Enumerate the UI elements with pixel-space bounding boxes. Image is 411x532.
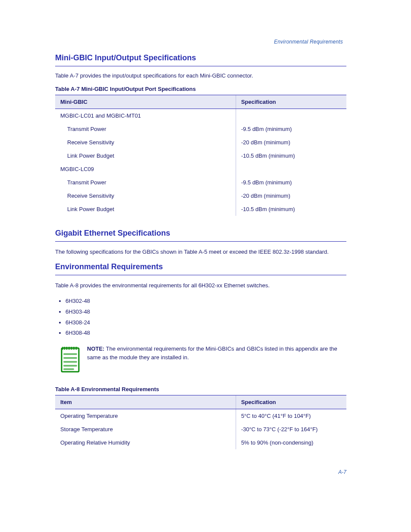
table-connector-spec: Table A-7 Mini-GBIC Input/Output Port Sp… [55, 83, 346, 216]
table-row: MGBIC-LC01 and MGBIC-MT01 [55, 109, 346, 123]
table-row: Operating Temperature 5°C to 40°C (41°F … [55, 409, 346, 423]
cell-subitem: Link Power Budget [60, 152, 230, 159]
model-list: 6H302-48 6H303-48 6H308-24 6H308-48 [55, 296, 346, 339]
body-text: The following specifications for the GBI… [55, 248, 346, 256]
cell-value: -30°C to 73°C (-22°F to 164°F) [236, 423, 346, 436]
cell-value: -20 dBm (minimum) [236, 189, 346, 202]
table-row: Transmit Power -9.5 dBm (minimum) [55, 176, 346, 189]
note-body: The environmental requirements for the M… [87, 345, 337, 361]
list-item: 6H308-48 [65, 328, 346, 339]
page-number: A-7 [338, 469, 346, 475]
table-row: Link Power Budget -10.5 dBm (minimum) [55, 202, 346, 216]
cell-value: -10.5 dBm (minimum) [236, 149, 346, 162]
cell-subitem: Receive Sensitivity [60, 193, 230, 199]
cell-item: Storage Temperature [55, 423, 236, 436]
col-header-spec: Specification [236, 395, 346, 409]
list-item: 6H308-24 [65, 317, 346, 328]
cell-item: MGBIC-LC09 [55, 162, 236, 176]
table-row: Transmit Power -9.5 dBm (minimum) [55, 122, 346, 136]
cell-value: -10.5 dBm (minimum) [236, 202, 346, 216]
col-header-spec: Specification [236, 95, 346, 109]
table-caption: Table A-8 Environmental Requirements [55, 383, 346, 395]
table-row: Link Power Budget -10.5 dBm (minimum) [55, 149, 346, 162]
note-label: NOTE: [87, 345, 104, 352]
list-item: 6H303-48 [65, 307, 346, 317]
notepad-icon [60, 345, 80, 373]
cell-subitem: Transmit Power [60, 179, 230, 186]
cell-item: MGBIC-LC01 and MGBIC-MT01 [55, 109, 236, 123]
cell-item: Operating Temperature [55, 409, 236, 423]
table-row: Receive Sensitivity -20 dBm (minimum) [55, 136, 346, 149]
svg-rect-0 [62, 348, 79, 372]
section-title-env: Environmental Requirements [55, 262, 346, 275]
table-env: Table A-8 Environmental Requirements Ite… [55, 383, 346, 449]
cell-subitem: Receive Sensitivity [60, 139, 230, 146]
body-text: Table A-8 provides the environmental req… [55, 281, 346, 290]
cell-value: -9.5 dBm (minimum) [236, 176, 346, 189]
cell-value: 5°C to 40°C (41°F to 104°F) [236, 409, 346, 423]
table-row: Operating Relative Humidity 5% to 90% (n… [55, 436, 346, 449]
section-title-gbic: Gigabit Ethernet Specifications [55, 229, 346, 242]
section-title-connector-spec: Mini-GBIC Input/Output Specifications [55, 53, 346, 66]
table-row: Storage Temperature -30°C to 73°C (-22°F… [55, 423, 346, 436]
col-header-item: Mini-GBIC [55, 95, 236, 109]
table-caption: Table A-7 Mini-GBIC Input/Output Port Sp… [55, 83, 346, 95]
note-block: NOTE: The environmental requirements for… [60, 345, 346, 373]
cell-value: 5% to 90% (non-condensing) [236, 436, 346, 449]
col-header-item: Item [55, 395, 236, 409]
note-text: NOTE: The environmental requirements for… [87, 345, 346, 362]
cell-value: -9.5 dBm (minimum) [236, 122, 346, 136]
cell-subitem: Transmit Power [60, 126, 230, 132]
intro-text: Table A-7 provides the input/output spec… [55, 72, 346, 79]
cell-value: -20 dBm (minimum) [236, 136, 346, 149]
list-item: 6H302-48 [65, 296, 346, 307]
breadcrumb: Environmental Requirements [55, 39, 346, 45]
table-row: Receive Sensitivity -20 dBm (minimum) [55, 189, 346, 202]
cell-subitem: Link Power Budget [60, 206, 230, 212]
table-row: MGBIC-LC09 [55, 162, 346, 176]
cell-item: Operating Relative Humidity [55, 436, 236, 449]
